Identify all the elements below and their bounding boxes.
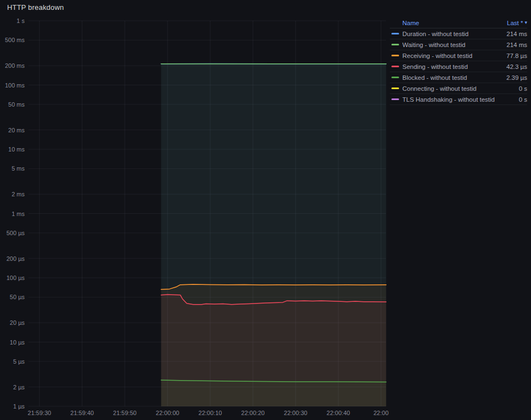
x-axis-tick-label: 22:00:30 [284,410,308,416]
legend-sort-name[interactable]: Name [402,20,419,26]
series-name: Connecting - without testid [402,85,515,92]
series-name: Duration - without testid [402,31,502,37]
y-axis-tick-label: 100 µs [7,275,25,281]
x-axis-tick-label: 21:59:40 [71,410,94,416]
series-color-marker [391,88,399,89]
y-axis-tick-label: 2 ms [11,191,25,197]
series-last-value: 2.39 µs [506,74,527,81]
y-axis-tick-label: 20 µs [10,319,25,326]
series-last-value: 214 ms [506,31,527,37]
legend-row[interactable]: Duration - without testid214 ms [390,28,527,39]
legend-rows: Duration - without testid214 msWaiting -… [390,28,527,105]
legend: Name Last * ▾ Duration - without testid2… [390,18,527,105]
series-color-marker [391,55,399,56]
y-axis-tick-label: 200 ms [5,62,25,69]
legend-row[interactable]: Sending - without testid42.3 µs [390,61,527,72]
series-last-value: 77.8 µs [506,52,527,59]
series-name: Sending - without testid [402,63,502,70]
x-axis-tick-label: 22:00:20 [241,410,265,416]
panel-title[interactable]: HTTP breakdown [7,3,64,11]
series-name: Waiting - without testid [402,42,502,48]
y-axis-tick-label: 1 µs [13,403,25,410]
y-axis-tick-label: 5 ms [11,165,25,172]
x-axis-tick-label: 22:00:00 [156,410,180,416]
series-name: Receiving - without testid [402,52,502,59]
y-axis-tick-label: 50 µs [10,294,25,300]
y-axis-tick-label: 200 µs [7,255,25,262]
http-breakdown-panel: HTTP breakdown 1 s500 ms200 ms100 ms50 m… [0,0,531,420]
series-color-marker [391,33,399,34]
x-axis-tick-label: 22:00:40 [327,410,350,416]
x-axis-tick-label: 21:59:30 [28,410,51,416]
y-axis-tick-label: 100 ms [5,82,25,89]
y-axis-tick-label: 10 ms [8,146,25,153]
legend-row[interactable]: Blocked - without testid2.39 µs [390,72,527,83]
x-axis-tick-label: 22:00 [373,410,389,416]
x-axis-tick-label: 22:00:10 [199,410,222,416]
series-last-value: 214 ms [506,42,527,48]
sort-descending-icon: ▾ [524,20,527,25]
y-axis-tick-label: 1 s [16,18,25,24]
legend-sort-last-label: Last * [507,20,523,26]
series-color-marker [391,44,399,45]
y-axis-tick-label: 5 µs [13,358,25,365]
y-axis-tick-label: 50 ms [8,101,25,108]
legend-row[interactable]: Receiving - without testid77.8 µs [390,50,527,61]
series-color-marker [391,66,399,67]
series-last-value: 42.3 µs [506,63,527,70]
series-color-marker [391,77,399,78]
series-color-marker [391,98,399,100]
legend-sort-last[interactable]: Last * ▾ [507,20,527,26]
x-axis-tick-label: 21:59:50 [113,410,137,416]
y-axis-tick-label: 500 µs [7,230,25,236]
series-last-value: 0 s [519,96,527,103]
legend-row[interactable]: Connecting - without testid0 s [390,83,527,94]
y-axis-tick-label: 10 µs [10,339,25,346]
y-axis-tick-label: 2 µs [13,384,25,390]
series-fill [161,380,386,406]
legend-row[interactable]: TLS Handshaking - without testid0 s [390,94,527,105]
legend-row[interactable]: Waiting - without testid214 ms [390,39,527,50]
series-name: TLS Handshaking - without testid [402,96,515,103]
y-axis-tick-label: 20 ms [8,127,25,133]
series-last-value: 0 s [519,85,527,92]
y-axis-tick-label: 1 ms [11,211,25,217]
legend-header: Name Last * ▾ [390,18,527,28]
y-axis-tick-label: 500 ms [5,37,25,43]
series-name: Blocked - without testid [402,74,502,81]
